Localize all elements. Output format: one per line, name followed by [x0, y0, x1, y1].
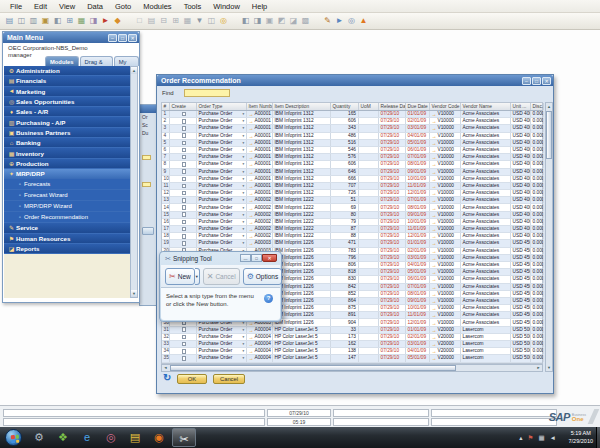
link-arrow-icon[interactable]: → — [249, 327, 254, 333]
menu-item[interactable]: Modules — [137, 0, 177, 13]
item-number-cell[interactable]: →A00001 — [247, 176, 273, 182]
link-arrow-icon[interactable]: → — [249, 240, 254, 246]
toolbar-icon[interactable]: ▥ — [28, 15, 39, 27]
tray-icon[interactable]: ▦ — [538, 433, 544, 442]
vendor-code-cell[interactable]: →V10000 — [430, 276, 461, 282]
taskbar-app-icon[interactable]: ⚙ — [32, 430, 46, 444]
order-type-cell[interactable]: Purchase Order▼ — [197, 204, 247, 210]
input-field-fragment[interactable] — [142, 155, 151, 160]
sidebar-module-item[interactable]: ▥ Purchasing - A/P — [4, 117, 132, 127]
item-number-cell[interactable]: →A00001 — [247, 169, 273, 175]
link-arrow-icon[interactable]: → — [249, 226, 254, 232]
create-cell[interactable] — [170, 212, 197, 218]
link-arrow-icon[interactable]: → — [432, 183, 437, 189]
create-checkbox[interactable] — [182, 227, 187, 232]
link-arrow-icon[interactable]: → — [432, 262, 437, 268]
create-cell[interactable] — [170, 233, 197, 239]
find-input[interactable] — [184, 89, 230, 97]
link-arrow-icon[interactable]: → — [432, 327, 437, 333]
toolbar-icon[interactable]: ⊞ — [170, 15, 181, 27]
create-checkbox[interactable] — [182, 191, 187, 196]
item-number-cell[interactable]: →A00004 — [247, 355, 273, 361]
scroll-up-icon[interactable]: ▲ — [131, 67, 137, 74]
link-arrow-icon[interactable]: → — [249, 111, 254, 117]
link-arrow-icon[interactable]: → — [432, 298, 437, 304]
toolbar-icon[interactable]: ► — [334, 15, 345, 27]
link-arrow-icon[interactable]: → — [432, 176, 437, 182]
create-cell[interactable] — [170, 147, 197, 153]
link-arrow-icon[interactable]: → — [249, 118, 254, 124]
menu-item[interactable]: Help — [246, 0, 273, 13]
toolbar-icon[interactable]: ▼ — [194, 15, 205, 27]
sidebar-module-item[interactable]: ⚑ Human Resources — [4, 234, 132, 244]
vendor-code-cell[interactable]: →V10000 — [430, 197, 461, 203]
create-checkbox[interactable] — [182, 356, 187, 361]
vendor-code-cell[interactable]: →V10000 — [430, 204, 461, 210]
toolbar-icon[interactable]: ▤ — [4, 15, 15, 27]
vendor-code-cell[interactable]: →V20000 — [430, 334, 461, 340]
vendor-code-cell[interactable]: →V10000 — [430, 305, 461, 311]
column-header[interactable]: # — [162, 103, 170, 110]
sidebar-module-item[interactable]: ⚙ Administration — [4, 66, 132, 76]
create-cell[interactable] — [170, 348, 197, 354]
vendor-code-cell[interactable]: →V10000 — [430, 233, 461, 239]
new-snip-button[interactable]: ✂New — [165, 268, 195, 285]
item-number-cell[interactable]: →A00004 — [247, 334, 273, 340]
ok-button[interactable]: OK — [177, 374, 207, 384]
column-header[interactable]: Item Description — [273, 103, 331, 110]
toolbar-icon[interactable]: ▲ — [358, 15, 369, 27]
sidebar-module-item[interactable]: ✎ Service — [4, 223, 132, 233]
item-number-cell[interactable]: →A00004 — [247, 327, 273, 333]
create-cell[interactable] — [170, 197, 197, 203]
menu-item[interactable]: Goto — [109, 0, 137, 13]
create-cell[interactable] — [170, 219, 197, 225]
link-arrow-icon[interactable]: → — [432, 291, 437, 297]
vendor-code-cell[interactable]: →V10000 — [430, 147, 461, 153]
tab-drag-relate[interactable]: Drag & Relate — [80, 56, 113, 66]
toolbar-icon[interactable]: ◧ — [52, 15, 63, 27]
vendor-code-cell[interactable]: →V10000 — [430, 312, 461, 318]
create-checkbox[interactable] — [182, 133, 187, 138]
link-arrow-icon[interactable]: → — [249, 176, 254, 182]
item-number-cell[interactable]: →A00004 — [247, 341, 273, 347]
dropdown-icon[interactable]: ▼ — [242, 183, 245, 189]
sidebar-module-item[interactable]: ✦ MRP/DRP — [4, 169, 132, 179]
dropdown-icon[interactable]: ▼ — [242, 118, 245, 124]
order-type-cell[interactable]: Purchase Order▼ — [197, 118, 247, 124]
create-cell[interactable] — [170, 133, 197, 139]
toolbar-icon[interactable]: ▦ — [182, 15, 193, 27]
scroll-right-icon[interactable]: ► — [535, 365, 542, 371]
tab-my-menu[interactable]: My Menu — [114, 56, 139, 66]
link-arrow-icon[interactable]: → — [432, 125, 437, 131]
vendor-code-cell[interactable]: →V10000 — [430, 262, 461, 268]
create-cell[interactable] — [170, 240, 197, 246]
menu-item[interactable]: File — [4, 0, 28, 13]
create-checkbox[interactable] — [182, 327, 187, 332]
link-arrow-icon[interactable]: → — [249, 133, 254, 139]
create-cell[interactable] — [170, 226, 197, 232]
toolbar-icon[interactable]: ► — [100, 15, 111, 27]
toolbar-icon[interactable]: ◫ — [206, 15, 217, 27]
column-header[interactable]: Item Number — [247, 103, 273, 110]
column-header[interactable]: Unit ... — [511, 103, 531, 110]
sidebar-module-item[interactable]: ▣ Business Partners — [4, 128, 132, 138]
create-cell[interactable] — [170, 111, 197, 117]
dropdown-icon[interactable]: ▼ — [242, 334, 245, 340]
create-checkbox[interactable] — [182, 349, 187, 354]
link-arrow-icon[interactable]: → — [249, 147, 254, 153]
main-menu-scrollbar[interactable]: ▲ ▼ — [130, 66, 138, 298]
item-number-cell[interactable]: →A00001 — [247, 140, 273, 146]
taskbar-app-icon[interactable]: ◎ — [104, 430, 118, 444]
dropdown-icon[interactable]: ▼ — [242, 212, 245, 218]
create-cell[interactable] — [170, 118, 197, 124]
link-arrow-icon[interactable]: → — [432, 111, 437, 117]
order-type-cell[interactable]: Purchase Order▼ — [197, 147, 247, 153]
create-checkbox[interactable] — [182, 198, 187, 203]
link-arrow-icon[interactable]: → — [432, 334, 437, 340]
sidebar-submenu-item[interactable]: ▫ Forecasts — [4, 179, 132, 190]
dropdown-icon[interactable]: ▼ — [242, 240, 245, 246]
start-button[interactable] — [5, 429, 22, 446]
create-checkbox[interactable] — [182, 141, 187, 146]
create-checkbox[interactable] — [182, 169, 187, 174]
link-arrow-icon[interactable]: → — [432, 341, 437, 347]
